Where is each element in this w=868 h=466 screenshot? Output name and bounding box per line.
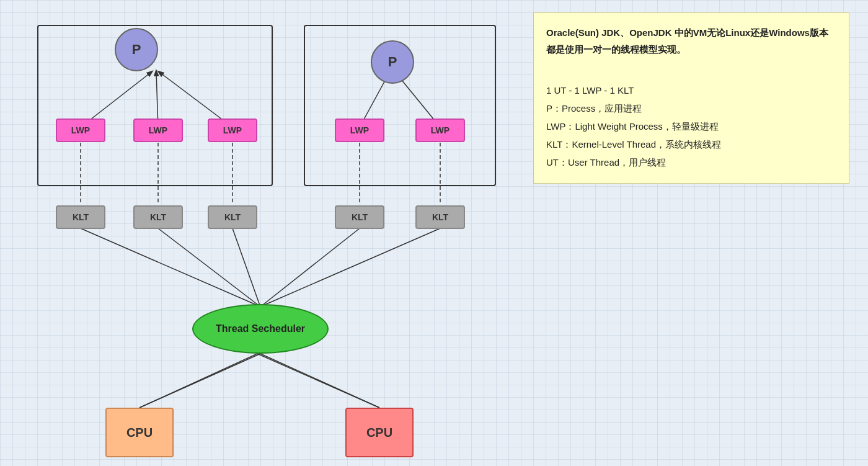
p-circle-right: P xyxy=(371,40,414,84)
svg-line-14 xyxy=(262,228,360,305)
klt-label-4: KLT xyxy=(352,212,368,222)
lwp-box-1: LWP xyxy=(56,119,105,142)
klt-box-3: KLT xyxy=(208,205,257,229)
lwp-label-5: LWP xyxy=(431,125,450,135)
info-item-1: LWP：Light Weight Process，轻量级进程 xyxy=(546,118,836,135)
klt-box-5: KLT xyxy=(415,205,465,229)
klt-box-2: KLT xyxy=(133,205,183,229)
lwp-box-5: LWP xyxy=(415,119,465,142)
klt-box-4: KLT xyxy=(335,205,384,229)
svg-line-18 xyxy=(257,354,379,408)
cpu-label-left: CPU xyxy=(126,426,153,440)
cpu-label-right: CPU xyxy=(366,426,392,440)
lwp-label-1: LWP xyxy=(71,125,90,135)
svg-line-11 xyxy=(81,228,257,305)
klt-box-1: KLT xyxy=(56,205,105,229)
lwp-box-3: LWP xyxy=(208,119,257,142)
lwp-label-2: LWP xyxy=(149,125,167,135)
klt-label-1: KLT xyxy=(73,212,89,222)
cpu-box-left: CPU xyxy=(105,408,174,457)
lwp-label-4: LWP xyxy=(350,125,369,135)
svg-line-13 xyxy=(232,228,260,305)
klt-label-3: KLT xyxy=(224,212,241,222)
info-box: Oracle(Sun) JDK、OpenJDK 中的VM无论Linux还是Win… xyxy=(533,12,849,184)
p-circle-left: P xyxy=(115,28,158,71)
p-label-right: P xyxy=(388,54,397,70)
info-title: Oracle(Sun) JDK、OpenJDK 中的VM无论Linux还是Win… xyxy=(546,24,836,58)
info-subtitle: 1 UT - 1 LWP - 1 KLT xyxy=(546,82,836,99)
lwp-box-4: LWP xyxy=(335,119,384,142)
p-label-left: P xyxy=(132,42,141,58)
svg-line-17 xyxy=(260,354,379,408)
scheduler-ellipse: Thread Secheduler xyxy=(192,304,329,354)
klt-label-2: KLT xyxy=(150,212,166,222)
klt-label-5: KLT xyxy=(432,212,448,222)
svg-line-12 xyxy=(158,228,259,305)
info-item-2: KLT：Kernel-Level Thread，系统内核线程 xyxy=(546,136,836,153)
info-item-0: P：Process，应用进程 xyxy=(546,100,836,117)
scheduler-label: Thread Secheduler xyxy=(216,323,305,334)
cpu-box-right: CPU xyxy=(345,408,414,457)
svg-line-15 xyxy=(264,228,440,305)
lwp-box-2: LWP xyxy=(133,119,183,142)
svg-line-16 xyxy=(140,354,257,408)
diagram-area: P LWP LWP LWP P LWP LWP KLT KLT KLT KLT … xyxy=(19,12,527,459)
svg-line-19 xyxy=(140,354,260,408)
lwp-label-3: LWP xyxy=(223,125,242,135)
info-item-3: UT：User Thread，用户线程 xyxy=(546,154,836,171)
